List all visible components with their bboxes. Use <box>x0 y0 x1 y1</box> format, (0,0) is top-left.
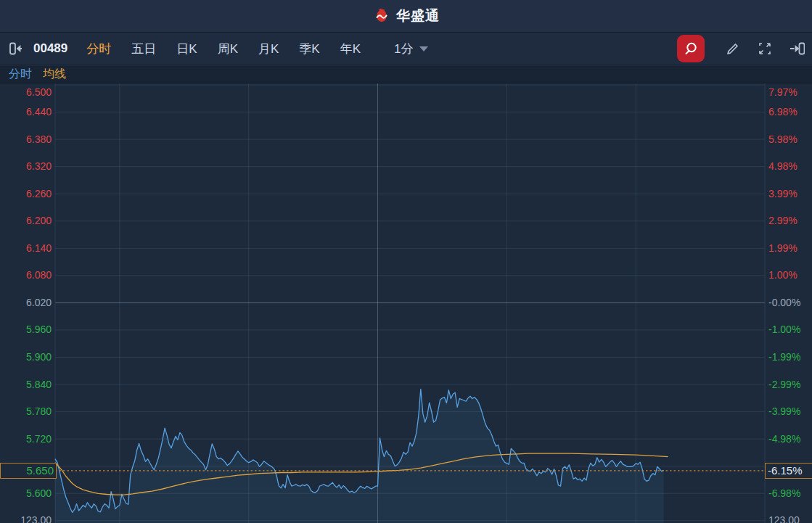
current-change-badge: -6.15% <box>765 463 812 479</box>
price-tick-label: 6.320 <box>0 160 52 173</box>
price-tick-label: 6.140 <box>0 242 52 255</box>
percent-tick-label: -0.00% <box>768 297 800 309</box>
price-tick-label: 6.260 <box>0 188 52 200</box>
price-tick-label: 5.900 <box>0 351 52 363</box>
price-tick-label: 5.600 <box>0 487 52 500</box>
percent-tick-label: 1.99% <box>768 242 797 255</box>
minute-chart-canvas <box>0 0 812 523</box>
percent-tick-label: 3.99% <box>768 188 797 200</box>
app-window: 华盛通 00489 分时 五日 日K 周K 月K 季K 年K 1分 <box>0 0 812 523</box>
price-area-fill <box>55 389 664 523</box>
price-tick-label: 5.720 <box>0 433 52 445</box>
percent-tick-label: -2.99% <box>768 379 800 391</box>
price-tick-label: 6.440 <box>0 106 52 118</box>
current-price-badge: 5.650 <box>0 463 57 479</box>
percent-tick-label: 5.98% <box>768 133 797 146</box>
percent-tick-label: -1.00% <box>768 324 800 336</box>
percent-tick-label: -3.99% <box>768 405 800 418</box>
percent-tick-label: 2.99% <box>768 215 797 227</box>
percent-tick-label: 1.00% <box>768 269 797 281</box>
price-tick-label: 6.500 <box>0 86 52 99</box>
price-tick-label: 6.020 <box>0 297 52 309</box>
volume-pane-left-label: 123.00 <box>0 514 52 523</box>
price-tick-label: 6.380 <box>0 133 52 146</box>
price-tick-label: 5.780 <box>0 405 52 418</box>
price-tick-label: 5.840 <box>0 379 52 391</box>
chart-plot-area[interactable]: 6.5006.4406.3806.3206.2606.2006.1406.080… <box>0 0 812 523</box>
percent-tick-label: -1.99% <box>768 351 800 363</box>
percent-tick-label: -4.98% <box>768 433 800 445</box>
price-tick-label: 6.200 <box>0 215 52 227</box>
percent-tick-label: 6.98% <box>768 106 797 118</box>
percent-tick-label: 7.97% <box>768 86 797 99</box>
price-tick-label: 5.960 <box>0 324 52 336</box>
percent-tick-label: 4.98% <box>768 160 797 173</box>
percent-tick-label: -6.98% <box>768 487 800 500</box>
volume-pane-right-label: 123.00 <box>768 514 800 523</box>
price-tick-label: 6.080 <box>0 269 52 281</box>
